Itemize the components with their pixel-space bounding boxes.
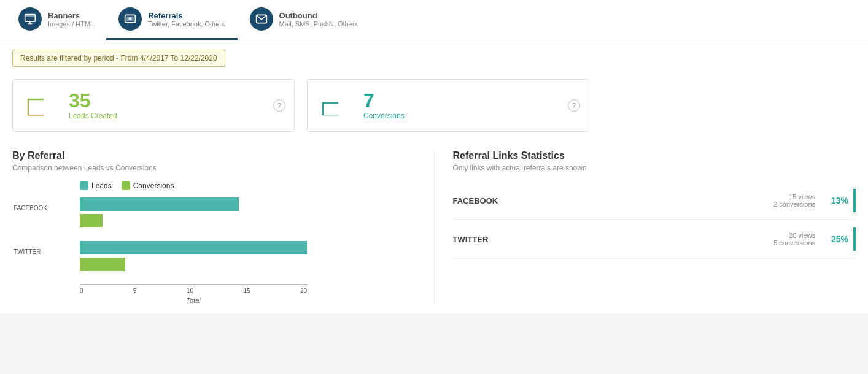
tab-banners[interactable]: Banners Images / HTML [6,0,106,40]
legend-conversions: Conversions [122,181,174,190]
tab-referrals-title: Referrals [148,11,225,20]
conversions-stat-card: 7 Conversions ? [307,79,589,132]
facebook-leads-bar-row [80,197,416,211]
referral-facebook-row: FACEBOOK 15 views 2 conversions 13% [453,181,856,220]
legend-leads-label: Leads [91,181,112,190]
svg-rect-1 [25,15,36,17]
referral-twitter-name: TWITTER [453,235,774,244]
x-axis-label: Total [80,297,307,304]
referral-twitter-pct-bar [853,227,856,251]
tab-referrals-text: Referrals Twitter, Facebook, Others [148,11,225,28]
stats-row: 35 Leads Created ? 7 Conversions ? [12,79,856,132]
conversions-chart-icon [320,92,354,120]
leads-number: 35 [69,91,117,110]
filter-banner: Results are filtered by period - From 4/… [12,50,225,67]
tab-outbound-sub: Mail, SMS, PushN, Others [279,20,358,28]
by-referral-title: By Referral [12,150,416,161]
legend-conv-dot [122,181,130,190]
x-tick-5: 5 [133,288,137,294]
x-tick-0: 0 [80,288,83,294]
conversions-number: 7 [363,91,405,110]
referral-twitter-row: TWITTER 20 views 5 conversions 25% [453,220,856,259]
referral-facebook-stats: 15 views 2 conversions [773,193,815,208]
twitter-bar-group: TWITTER [80,241,416,271]
tab-banners-sub: Images / HTML [48,20,94,28]
x-axis: 0 5 10 15 20 [80,284,307,294]
conversions-stat-values: 7 Conversions [363,91,405,120]
leads-chart-icon [25,92,59,120]
leads-help-icon[interactable]: ? [273,99,285,112]
banners-icon [18,7,42,31]
referral-facebook-name: FACEBOOK [453,196,774,205]
leads-label: Leads Created [69,112,117,120]
tab-outbound[interactable]: Outbound Mail, SMS, PushN, Others [238,0,370,40]
referral-twitter-stats: 20 views 5 conversions [773,232,815,246]
x-tick-15: 15 [243,288,250,294]
legend-leads-dot [80,181,88,190]
twitter-conv-bar-row [80,258,416,271]
tab-referrals[interactable]: Referrals Twitter, Facebook, Others [106,0,237,40]
facebook-leads-bar [80,197,239,211]
conversions-help-icon[interactable]: ? [568,99,580,112]
chart-legend: Leads Conversions [80,181,416,190]
twitter-leads-bar [80,241,307,254]
tab-banners-title: Banners [48,11,94,20]
referral-links-title: Referral Links Statistics [453,150,856,161]
chart-container: FACEBOOK TWITTER [12,197,416,304]
twitter-leads-bar-row [80,241,416,254]
x-tick-10: 10 [187,288,193,294]
facebook-conv-bar-row [80,214,416,227]
referral-links-sub: Only links with actual referrals are sho… [453,164,856,172]
tab-referrals-sub: Twitter, Facebook, Others [148,20,225,28]
twitter-bar-label: TWITTER [14,248,41,255]
leads-stat-card: 35 Leads Created ? [12,79,295,132]
referrals-icon [118,7,142,31]
conversions-label: Conversions [363,112,405,120]
referral-twitter-views: 20 views [773,232,815,239]
referral-facebook-conversions: 2 conversions [773,200,815,208]
facebook-bar-label: FACEBOOK [14,205,47,212]
outbound-icon [250,7,273,31]
x-tick-20: 20 [300,288,307,294]
content-area: Results are filtered by period - From 4/… [0,40,868,313]
referral-twitter-conversions: 5 conversions [773,239,815,246]
twitter-conv-bar [80,258,125,271]
tab-outbound-text: Outbound Mail, SMS, PushN, Others [279,11,358,28]
right-panel: Referral Links Statistics Only links wit… [435,150,856,304]
tab-banners-text: Banners Images / HTML [48,11,94,28]
referral-twitter-pct: 25% [825,234,848,244]
leads-stat-values: 35 Leads Created [69,91,117,120]
referral-facebook-pct-bar [853,189,856,212]
tabs-bar: Banners Images / HTML Referrals Twitter,… [0,0,868,40]
facebook-bar-group: FACEBOOK [80,197,416,227]
referral-facebook-pct: 13% [825,196,848,205]
by-referral-sub: Comparison between Leads vs Conversions [12,164,416,172]
facebook-conv-bar [80,214,103,227]
legend-conv-label: Conversions [133,181,174,190]
main-content: By Referral Comparison between Leads vs … [12,150,856,304]
svg-point-6 [129,17,132,20]
left-panel: By Referral Comparison between Leads vs … [12,150,435,304]
tab-outbound-title: Outbound [279,11,358,20]
legend-leads: Leads [80,181,112,190]
referral-facebook-views: 15 views [773,193,815,200]
